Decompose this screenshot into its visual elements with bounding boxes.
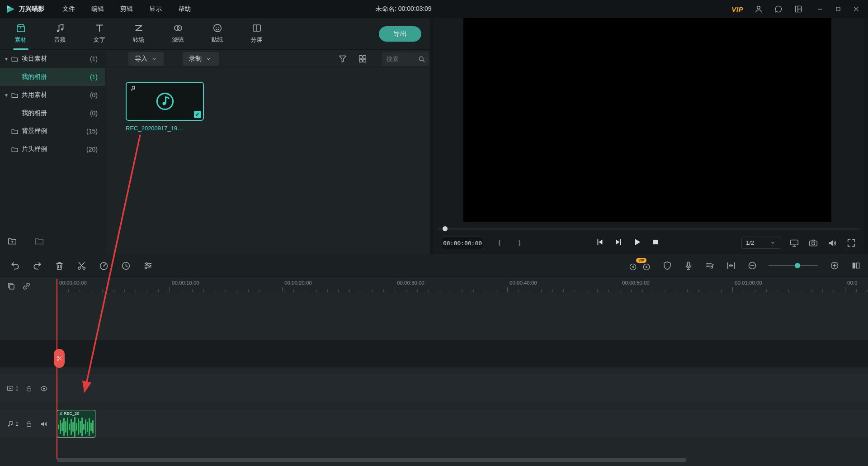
next-frame-button[interactable] [613,237,623,247]
tree-item-intro-samples[interactable]: 片头样例 (20) [0,140,105,158]
play-button[interactable] [632,237,642,247]
duration-clock-icon[interactable] [121,261,131,271]
video-track-badge: 1 [6,385,19,392]
media-sidebar: ▼ 项目素材 (1) 我的相册 (1) ▼ 共用素材 (0) [0,50,105,254]
caret-down-icon[interactable]: ▼ [4,93,9,98]
window-controls [816,5,860,13]
mark-in-button[interactable]: { [496,238,503,246]
search-icon[interactable] [418,55,425,63]
stop-button[interactable] [651,237,660,247]
new-folder-icon[interactable] [7,236,17,246]
link-clips-icon[interactable] [22,281,31,291]
zoom-slider[interactable] [769,261,818,270]
zoom-slider-knob[interactable] [795,263,800,268]
fullscreen-icon[interactable] [846,238,856,248]
maximize-button[interactable] [835,5,842,13]
tab-transition[interactable]: 转场 [119,18,158,50]
display-device-icon[interactable] [789,238,799,248]
vip-badge[interactable]: VIP [731,5,743,13]
keyframe-prev-icon[interactable] [628,262,637,271]
tree-item-my-album-shared[interactable]: 我的相册 (0) [0,104,105,122]
snapshot-icon[interactable] [808,238,818,248]
quick-split-handle[interactable] [54,349,65,368]
seekbar-knob[interactable] [443,226,448,231]
feedback-icon[interactable] [774,5,783,14]
video-preview-canvas[interactable] [463,18,831,222]
eye-icon[interactable] [40,385,48,393]
account-icon[interactable] [754,5,763,14]
menu-file[interactable]: 文件 [56,3,81,15]
layout-icon[interactable] [794,5,803,14]
audio-mixer-icon[interactable] [143,261,153,271]
tab-sticker[interactable]: 贴纸 [198,18,237,50]
record-dropdown[interactable]: 录制 [183,52,219,66]
timeline-corner-tools [6,281,31,291]
timeline-scrollbar[interactable] [57,458,865,462]
timeline-toolbar: VIP [0,254,868,277]
app-logo-icon [5,4,15,14]
timeline-body[interactable]: 00:00:00:00 00:00:10:00 00:00:20:00 00:0… [0,277,868,466]
tab-filter[interactable]: 滤镜 [158,18,198,50]
tree-item-background-samples[interactable]: 背景样例 (15) [0,122,105,140]
undo-icon[interactable] [10,261,20,271]
fit-timeline-icon[interactable] [726,261,736,271]
lock-icon[interactable] [25,385,33,392]
duplicate-icon[interactable] [6,281,16,291]
menu-edit[interactable]: 编辑 [85,3,110,15]
previous-frame-button[interactable] [595,237,605,247]
menu-clip[interactable]: 剪辑 [114,3,139,15]
minimize-button[interactable] [816,5,824,13]
tree-item-count: (1) [90,55,98,62]
tab-media[interactable]: 素材 [1,18,40,50]
tab-text-label: 文字 [94,36,105,44]
timeline-scrollbar-thumb[interactable] [57,458,686,462]
video-track[interactable]: 1 [0,375,868,402]
audio-clip[interactable]: REC_20 [57,410,95,437]
playhead-line[interactable] [57,279,57,459]
mark-out-button[interactable]: } [516,238,523,246]
filter-funnel-icon[interactable] [338,54,348,64]
preview-seekbar[interactable] [438,228,860,230]
search-box [382,52,429,66]
panel-tabbar: 素材 音频 文字 转场 滤镜 [0,18,430,50]
zoom-out-icon[interactable] [747,261,757,271]
timeline-ruler[interactable]: 00:00:00:00 00:00:10:00 00:00:20:00 00:0… [57,277,868,292]
audio-track[interactable]: 1 REC_20 [0,410,868,437]
media-icon [15,23,26,33]
motion-tracking-icon[interactable] [662,261,672,271]
import-dropdown[interactable]: 导入 [128,52,164,66]
preview-quality-dropdown[interactable]: 1/2 [741,237,780,249]
delete-folder-icon[interactable] [34,236,44,246]
tab-audio[interactable]: 音频 [40,18,80,50]
tree-item-shared-media[interactable]: ▼ 共用素材 (0) [0,86,105,104]
caret-down-icon[interactable]: ▼ [4,57,9,62]
volume-icon[interactable] [827,238,837,248]
speaker-icon[interactable] [40,420,48,428]
delete-icon[interactable] [54,261,65,271]
tab-text[interactable]: 文字 [80,18,119,50]
redo-icon[interactable] [32,261,42,271]
panel-body: ▼ 项目素材 (1) 我的相册 (1) ▼ 共用素材 (0) [0,50,430,254]
keyframe-next-icon[interactable] [642,262,651,271]
ruler-label: 00:01:00:00 [735,280,762,285]
tree-item-label: 我的相册 [22,109,47,117]
selected-checkbox[interactable]: ✓ [194,111,201,118]
panel-toggle-icon[interactable] [851,261,861,271]
export-button[interactable]: 导出 [379,26,421,42]
zoom-in-icon[interactable] [830,261,840,271]
split-scissors-icon[interactable] [76,261,87,271]
audio-list-icon[interactable] [705,261,715,271]
render-speedometer-icon[interactable] [99,261,109,271]
voiceover-mic-icon[interactable] [684,261,693,271]
close-button[interactable] [853,5,860,13]
search-input[interactable] [382,56,418,62]
lock-icon[interactable] [25,420,33,428]
tab-splitscreen[interactable]: 分屏 [237,18,276,50]
tree-item-my-album[interactable]: 我的相册 (1) [0,68,105,86]
ruler-label: 00:0 [847,280,857,285]
menu-view[interactable]: 显示 [143,3,168,15]
media-item-thumbnail[interactable]: ✓ [126,82,204,121]
menu-help[interactable]: 帮助 [172,3,197,15]
tree-item-project-media[interactable]: ▼ 项目素材 (1) [0,50,105,68]
grid-view-icon[interactable] [358,54,368,64]
